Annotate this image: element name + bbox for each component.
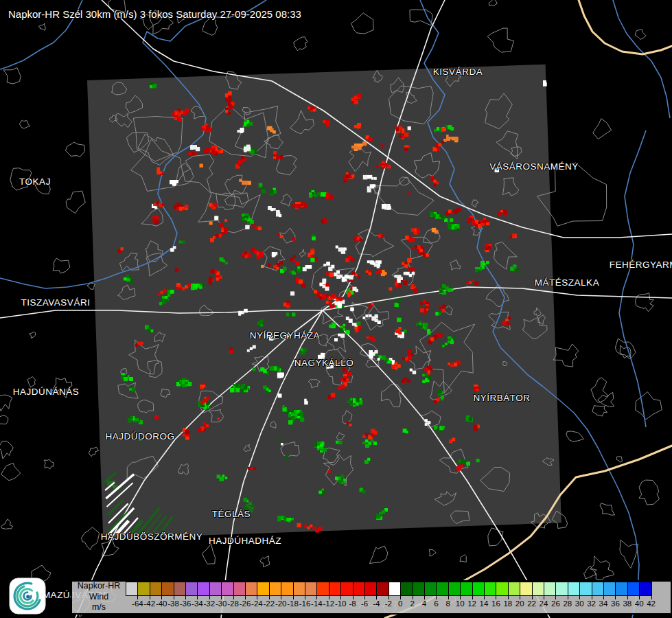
color-swatch xyxy=(316,582,329,596)
city-label: VÁSÁROSNAMÉNY xyxy=(489,161,579,172)
scale-value: -26 xyxy=(240,599,251,608)
scale-value: 20 xyxy=(515,599,524,608)
legend-title-line: Wind xyxy=(74,592,124,603)
city-label: HAJDÚDOROG xyxy=(105,431,174,442)
color-swatch xyxy=(269,582,281,596)
city-label: HAJDÚBÖSZÖRMÉNY xyxy=(101,531,203,542)
color-swatch xyxy=(472,582,485,596)
scale-value: -36 xyxy=(180,599,192,608)
scale-value: 8 xyxy=(446,599,450,608)
city-label: NAGYKÁLLÓ xyxy=(294,358,354,368)
color-swatch xyxy=(353,582,365,596)
color-swatch xyxy=(579,582,592,596)
scale-value: 0 xyxy=(398,599,402,608)
legend-title: Napkor-HR Wind m/s xyxy=(74,581,124,613)
scale-value: -64 xyxy=(132,599,143,608)
city-label: FEHÉRGYARMAT xyxy=(610,260,672,270)
scale-value: 24 xyxy=(540,599,548,608)
scale-value: -18 xyxy=(287,599,299,608)
color-swatch xyxy=(592,582,604,596)
color-swatch xyxy=(627,582,640,596)
color-swatch xyxy=(340,582,353,596)
scale-value: -40 xyxy=(156,599,167,608)
color-swatch xyxy=(150,582,162,596)
color-swatch xyxy=(233,582,246,596)
city-label: HAJDÚNÁNÁS xyxy=(13,387,80,397)
scale-value: -8 xyxy=(349,599,356,608)
scale-value: 40 xyxy=(635,599,644,608)
scale-value: -22 xyxy=(263,599,275,608)
scale-value: 6 xyxy=(434,599,438,608)
color-swatch xyxy=(496,582,508,596)
city-label: NYÍREGYHÁZA xyxy=(250,330,320,341)
scale-value: 36 xyxy=(611,599,620,608)
color-swatch xyxy=(281,582,293,596)
scale-value: -14 xyxy=(311,599,323,608)
color-swatch xyxy=(603,582,616,596)
scale-value: -20 xyxy=(275,599,287,608)
scale-value: -24 xyxy=(251,599,263,608)
scale-value: -28 xyxy=(227,599,239,608)
radar-coverage-area xyxy=(87,65,561,539)
map-canvas xyxy=(0,0,672,618)
scale-value: 12 xyxy=(467,599,476,608)
color-swatch xyxy=(174,582,186,596)
color-swatch xyxy=(305,582,317,596)
color-swatch xyxy=(555,582,568,596)
color-swatch xyxy=(532,582,544,596)
scale-value: 38 xyxy=(623,599,632,608)
cyclone-logo xyxy=(9,577,46,615)
scale-value: -4 xyxy=(373,599,380,608)
city-label: MÁTÉSZALKA xyxy=(535,277,599,288)
scale-value: -34 xyxy=(192,599,203,608)
color-swatch xyxy=(424,582,437,596)
color-swatch xyxy=(544,582,556,596)
scale-value: 4 xyxy=(422,599,426,608)
color-swatch xyxy=(185,582,198,596)
city-label: TISZAVASVÁRI xyxy=(21,297,91,308)
color-swatch xyxy=(221,582,233,596)
scale-value: 30 xyxy=(575,599,584,608)
color-swatch xyxy=(329,582,341,596)
city-label: KISVÁRDA xyxy=(433,67,483,77)
scale-value: -42 xyxy=(143,599,155,608)
color-swatch xyxy=(257,582,269,596)
color-swatch xyxy=(448,582,461,596)
color-swatch xyxy=(197,582,209,596)
color-swatch xyxy=(389,582,401,596)
color-swatch xyxy=(460,582,472,596)
city-label: HAJDÚHADHÁZ xyxy=(209,536,281,546)
scale-value: 16 xyxy=(491,599,500,608)
scale-value: -30 xyxy=(216,599,227,608)
scale-value: 26 xyxy=(551,599,560,608)
radar-product-title: Napkor-HR Szél 30km (m/s) 3 fokos Saturd… xyxy=(8,8,301,20)
color-swatch xyxy=(615,582,627,596)
color-swatch xyxy=(293,582,305,596)
scale-value: -12 xyxy=(323,599,334,608)
scale-value: 18 xyxy=(503,599,512,608)
city-label: NYÍRBÁTOR xyxy=(473,393,530,403)
color-swatch xyxy=(639,582,651,596)
color-swatch xyxy=(413,582,425,596)
scale-value: 34 xyxy=(599,599,608,608)
scale-value: 2 xyxy=(410,599,414,608)
cyclone-spiral-icon xyxy=(9,577,46,615)
scale-value: -32 xyxy=(203,599,215,608)
color-swatch xyxy=(568,582,580,596)
color-swatch xyxy=(126,582,138,596)
radar-app-screen[interactable]: TOKAJKISVÁRDAVÁSÁROSNAMÉNYFEHÉRGYARMATMÁ… xyxy=(0,0,672,618)
scale-value: -2 xyxy=(385,599,392,608)
scale-value: 28 xyxy=(563,599,572,608)
scale-value: 32 xyxy=(587,599,596,608)
scale-value: -6 xyxy=(361,599,368,608)
color-swatch xyxy=(137,582,150,596)
city-label: TOKAJ xyxy=(19,176,51,187)
color-swatch xyxy=(508,582,520,596)
color-swatch xyxy=(436,582,448,596)
color-swatch xyxy=(364,582,377,596)
color-swatch xyxy=(209,582,222,596)
scale-value: -10 xyxy=(335,599,347,608)
city-label: TÉGLÁS xyxy=(212,509,251,519)
scale-value: 10 xyxy=(456,599,465,608)
color-swatch xyxy=(520,582,532,596)
